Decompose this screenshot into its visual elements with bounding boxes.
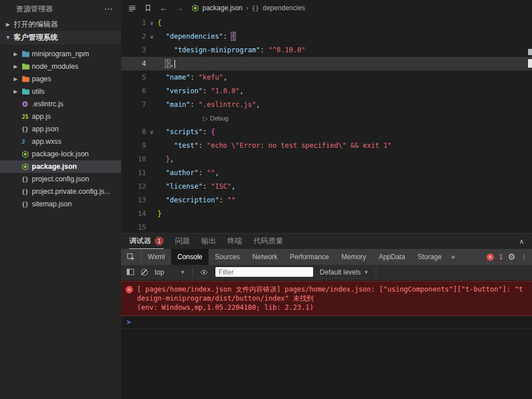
devtools-tab-appdata[interactable]: AppData [372, 249, 412, 265]
folder-icon [22, 51, 32, 57]
editor-line[interactable]: 14} [121, 207, 532, 221]
devtools-tab-sources[interactable]: Sources [209, 249, 246, 265]
context-selector[interactable]: top ▼ [155, 268, 185, 276]
tree-item-.eslintrc.js[interactable]: .eslintrc.js [0, 98, 121, 110]
editor-line[interactable]: 7 "main": ".eslintrc.js", [121, 98, 532, 111]
line-number: 2 [126, 32, 146, 40]
fold-chevron-icon[interactable]: ∨ [146, 34, 157, 40]
panel-tab-代码质量[interactable]: 代码质量 [253, 234, 283, 249]
fold-chevron-icon[interactable]: ∨ [146, 20, 157, 26]
console-sidebar-icon[interactable] [127, 269, 134, 275]
file-name: node_modules [32, 63, 78, 70]
json-braces-icon: {} [22, 126, 32, 132]
divider [376, 268, 376, 277]
breadcrumb-symbol[interactable]: dependencies [263, 4, 305, 12]
forward-arrow-icon[interactable]: → [176, 3, 184, 13]
clear-console-icon[interactable] [141, 269, 148, 276]
editor-line[interactable]: 2∨ "dependencies": { [121, 30, 532, 43]
error-indicator-icon[interactable]: ✕ [487, 253, 494, 261]
editor-line[interactable]: 4 }, [121, 57, 532, 70]
panel-tab-终端[interactable]: 终端 [227, 234, 242, 249]
editor-line[interactable]: 15 [121, 221, 532, 233]
gear-icon[interactable]: ⚙ [508, 252, 516, 262]
tree-item-app.js[interactable]: JSapp.js [0, 110, 121, 123]
tree-item-miniprogram_npm[interactable]: ▶miniprogram_npm [0, 48, 121, 60]
code-editor[interactable]: 1∨{2∨ "dependencies": {3 "tdesign-minipr… [121, 16, 532, 233]
editor-line[interactable]: 10 }, [121, 152, 532, 166]
file-tree: ▶miniprogram_npm▶node_modules▶pages▶util… [0, 48, 121, 210]
code-text: "main": ".eslintrc.js", [157, 101, 260, 109]
error-env-text: (env: Windows,mp,1.05.2204180; lib: 2.23… [137, 303, 526, 312]
panel-tab-调试器[interactable]: 调试器1 [129, 234, 164, 249]
tree-item-project.private.config.js...[interactable]: {}project.private.config.js... [0, 185, 121, 198]
eye-icon[interactable] [200, 268, 209, 276]
editor-line[interactable]: 6 "version": "1.0.0", [121, 84, 532, 98]
code-text: "description": "" [157, 196, 235, 204]
tree-item-node_modules[interactable]: ▶node_modules [0, 60, 121, 73]
explorer-title: 资源管理器 [16, 4, 53, 14]
folder-icon [22, 88, 32, 95]
console-prompt[interactable]: > [121, 316, 532, 329]
tree-item-package.json[interactable]: package.json [0, 160, 121, 173]
editor-line[interactable]: 12 "license": "ISC", [121, 180, 532, 193]
code-text: "version": "1.0.0", [157, 87, 244, 95]
tree-item-utils[interactable]: ▶utils [0, 85, 121, 98]
debug-codelens[interactable]: ▷Debug [157, 115, 228, 122]
divider [192, 268, 193, 277]
devtools-tab-console[interactable]: Console [171, 249, 209, 265]
devtools-tab-storage[interactable]: Storage [412, 249, 448, 265]
tree-item-sitemap.json[interactable]: {}sitemap.json [0, 198, 121, 210]
editor-line[interactable]: ▷Debug [121, 111, 532, 125]
devtools-tab-memory[interactable]: Memory [335, 249, 372, 265]
prompt-chevron-icon: > [127, 318, 131, 326]
back-arrow-icon[interactable]: ← [160, 3, 168, 13]
editor-line[interactable]: 13 "description": "" [121, 193, 532, 207]
tree-item-pages[interactable]: ▶pages [0, 73, 121, 85]
panel-collapse-icon[interactable]: ∧ [519, 238, 524, 246]
folder-icon [22, 63, 32, 70]
npm-package-icon [22, 163, 32, 171]
project-section[interactable]: ▼ 客户管理系统 [0, 31, 121, 44]
open-editors-label: 打开的编辑器 [14, 19, 58, 30]
javascript-icon: JS [22, 114, 32, 120]
editor-line[interactable]: 5 "name": "kefu", [121, 70, 532, 84]
filter-input[interactable] [215, 267, 313, 277]
console-error-message[interactable]: ✕ [ pages/home/index.json 文件内容错误] pages/… [121, 281, 532, 316]
devtools-tab-wxml[interactable]: Wxml [142, 249, 171, 265]
tree-item-package-lock.json[interactable]: package-lock.json [0, 148, 121, 160]
editor-line[interactable]: 9 "test": "echo \"Error: no test specifi… [121, 139, 532, 152]
editor-line[interactable]: 11 "author": "", [121, 166, 532, 180]
tab-overflow-icon[interactable]: » [448, 249, 459, 265]
npm-package-icon [22, 151, 32, 158]
bookmark-icon[interactable] [144, 4, 152, 12]
element-picker-icon[interactable] [121, 249, 142, 265]
tree-item-app.json[interactable]: {}app.json [0, 123, 121, 135]
editor-line[interactable]: 3 "tdesign-miniprogram": "^0.10.0" [121, 43, 532, 57]
wxss-icon: 3 [22, 139, 32, 145]
project-label: 客户管理系统 [14, 32, 58, 43]
open-editors-section[interactable]: ▶ 打开的编辑器 [0, 18, 121, 31]
tree-item-project.config.json[interactable]: {}project.config.json [0, 173, 121, 185]
explorer-more-icon[interactable]: ⋯ [104, 4, 113, 14]
outline-list-icon[interactable] [128, 4, 136, 13]
panel-tab-label: 代码质量 [253, 236, 283, 246]
devtools-tab-performance[interactable]: Performance [284, 249, 335, 265]
panel-tab-输出[interactable]: 输出 [201, 234, 216, 249]
editor-line[interactable]: 8∨ "scripts": { [121, 125, 532, 139]
file-name: package.json [32, 163, 77, 171]
tree-item-app.wxss[interactable]: 3app.wxss [0, 135, 121, 148]
kebab-menu-icon[interactable]: ⋮ [521, 253, 527, 261]
editor-line[interactable]: 1∨{ [121, 16, 532, 30]
log-levels-selector[interactable]: Default levels ▼ [320, 268, 369, 276]
main-column: ← → package.json › {} dependencies 1∨{2∨… [121, 0, 532, 399]
line-number: 12 [126, 182, 146, 190]
line-number: 7 [126, 101, 146, 109]
panel-tab-label: 输出 [201, 236, 216, 246]
panel-tab-问题[interactable]: 问题 [175, 234, 190, 249]
breadcrumb-file[interactable]: package.json [202, 4, 243, 12]
devtools-tab-network[interactable]: Network [246, 249, 284, 265]
json-braces-icon: {} [22, 176, 32, 182]
fold-chevron-icon[interactable]: ∨ [146, 129, 157, 135]
file-name: sitemap.json [32, 200, 72, 208]
console-empty-area[interactable] [121, 329, 532, 399]
